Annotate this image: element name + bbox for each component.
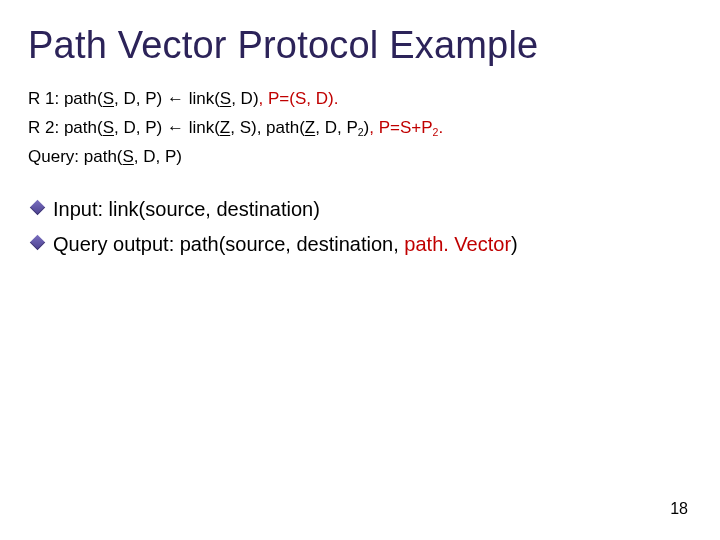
- q-label: Query:: [28, 147, 84, 166]
- rule-r2: R 2: path(S, D, P) ← link(Z, S), path(Z,…: [28, 114, 692, 143]
- bullet-text-2: Query output: path(source, destination, …: [53, 229, 518, 260]
- list-item: Input: link(source, destination): [32, 194, 692, 225]
- r1-rhs-mid: , D): [231, 89, 258, 108]
- rule-block: R 1: path(S, D, P) ← link(S, D), P=(S, D…: [28, 85, 692, 172]
- rule-query: Query: path(S, D, P): [28, 143, 692, 172]
- r1-lhs-s: S: [103, 89, 114, 108]
- r2-red-a: , P=S+P: [369, 118, 432, 137]
- r2-label: R 2:: [28, 118, 64, 137]
- r2-rhs-mid2: , D, P: [315, 118, 358, 137]
- bullet-text-1: Input: link(source, destination): [53, 194, 320, 225]
- r2-sub: 2: [358, 126, 364, 138]
- slide-title: Path Vector Protocol Example: [28, 24, 692, 67]
- r1-label: R 1:: [28, 89, 64, 108]
- r2-rhs-mid1: , S), path(: [230, 118, 305, 137]
- page-number: 18: [670, 500, 688, 518]
- diamond-icon: [30, 199, 46, 215]
- r2-red-b: .: [438, 118, 443, 137]
- rule-r1: R 1: path(S, D, P) ← link(S, D), P=(S, D…: [28, 85, 692, 114]
- diamond-icon: [30, 234, 46, 250]
- q-post: , D, P): [134, 147, 182, 166]
- r1-rhs-s: S: [220, 89, 231, 108]
- b2-a: Query output: path(source, destination,: [53, 233, 404, 255]
- r2-rhs-z1: Z: [220, 118, 230, 137]
- list-item: Query output: path(source, destination, …: [32, 229, 692, 260]
- left-arrow-icon: ←: [167, 89, 184, 108]
- slide: Path Vector Protocol Example R 1: path(S…: [0, 0, 720, 540]
- r1-rhs-pre: link(: [184, 89, 220, 108]
- q-s: S: [123, 147, 134, 166]
- r2-red-sub: 2: [433, 126, 439, 138]
- r1-lhs-pre: path(: [64, 89, 103, 108]
- r1-red: , P=(S, D).: [259, 89, 339, 108]
- b2-b: ): [511, 233, 518, 255]
- r2-lhs-s: S: [103, 118, 114, 137]
- r2-lhs-pre: path(: [64, 118, 103, 137]
- b2-red: path. Vector: [404, 233, 511, 255]
- r2-lhs-post: , D, P): [114, 118, 167, 137]
- bullet-list: Input: link(source, destination) Query o…: [32, 194, 692, 260]
- left-arrow-icon: ←: [167, 118, 184, 137]
- r1-lhs-post: , D, P): [114, 89, 167, 108]
- r2-rhs-pre: link(: [184, 118, 220, 137]
- r2-rhs-z2: Z: [305, 118, 315, 137]
- q-pre: path(: [84, 147, 123, 166]
